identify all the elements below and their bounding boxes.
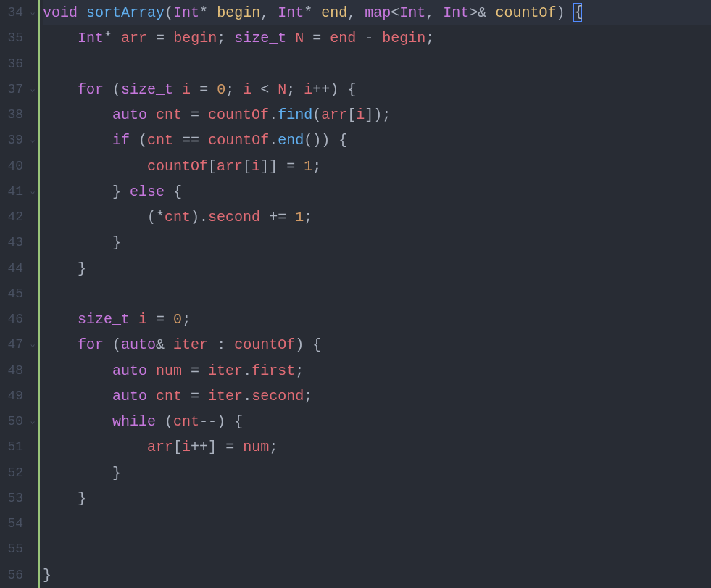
fold-toggle-icon[interactable]: ⌄: [28, 332, 38, 357]
code-token: .: [243, 384, 251, 409]
code-editor[interactable]: 3435363738394041424344454647484950515253…: [0, 0, 711, 588]
code-token: i: [243, 77, 251, 102]
code-token: [43, 154, 147, 179]
code-line[interactable]: while (cnt--) {: [43, 409, 711, 434]
code-token: [199, 384, 208, 409]
code-line[interactable]: arr[i++] = num;: [43, 434, 711, 460]
code-line[interactable]: }: [43, 256, 711, 281]
line-number: 51: [3, 434, 23, 460]
code-token: [156, 409, 165, 434]
code-token: find: [278, 102, 312, 128]
code-token: }: [43, 563, 51, 588]
line-number: 40: [3, 154, 23, 179]
code-token: [330, 128, 338, 153]
code-token: 1: [295, 204, 304, 230]
code-token: else: [130, 179, 165, 204]
code-line[interactable]: }: [43, 563, 711, 588]
code-token: (: [138, 128, 147, 153]
fold-toggle-icon[interactable]: ⌄: [28, 128, 38, 153]
code-token: first: [251, 358, 295, 384]
code-token: [295, 77, 304, 102]
fold-toggle-icon[interactable]: ⌄: [28, 409, 38, 434]
code-token: .: [243, 358, 251, 384]
code-token: *: [199, 0, 208, 25]
code-token: [173, 128, 182, 153]
code-token: begin: [173, 25, 217, 51]
code-token: begin: [217, 0, 260, 25]
code-token: cnt: [156, 102, 182, 128]
code-line[interactable]: [43, 281, 711, 307]
code-token: ;: [295, 358, 304, 384]
fold-column[interactable]: ⌄⌄⌄⌄⌄⌄: [28, 0, 38, 588]
code-line[interactable]: (*cnt).second += 1;: [43, 204, 711, 230]
code-token: [182, 384, 191, 409]
code-line[interactable]: countOf[arr[i]] = 1;: [43, 154, 711, 179]
code-token: {: [312, 332, 321, 357]
code-token: iter: [208, 384, 243, 409]
line-number: 44: [3, 256, 23, 281]
code-line[interactable]: for (size_t i = 0; i < N; i++) {: [43, 77, 711, 102]
code-line[interactable]: size_t i = 0;: [43, 307, 711, 332]
code-token: [43, 460, 112, 486]
line-number: 37: [3, 77, 23, 102]
code-token: [338, 77, 347, 102]
code-token: [: [173, 434, 182, 460]
code-token: [312, 0, 321, 25]
line-number: 35: [3, 25, 23, 51]
code-token: auto: [121, 332, 156, 357]
code-token: ;: [217, 25, 225, 51]
line-number: 43: [3, 230, 23, 255]
code-token: ++: [312, 77, 330, 102]
code-token: [434, 0, 443, 25]
code-token: =: [199, 77, 208, 102]
code-token: [147, 384, 156, 409]
code-token: [356, 25, 365, 51]
code-line[interactable]: [43, 537, 711, 562]
code-token: [43, 77, 78, 102]
fold-spacer: [28, 384, 38, 409]
code-token: num: [243, 434, 269, 460]
code-line[interactable]: auto cnt = countOf.find(arr[i]);: [43, 102, 711, 128]
code-line[interactable]: }: [43, 486, 711, 511]
code-token: [147, 25, 156, 51]
code-token: cnt: [165, 204, 191, 230]
code-token: <: [260, 77, 269, 102]
code-line[interactable]: auto cnt = iter.second;: [43, 384, 711, 409]
code-token: >&: [469, 0, 486, 25]
code-token: [43, 256, 78, 281]
code-token: [104, 332, 112, 357]
code-token: .: [199, 204, 208, 230]
code-token: [147, 307, 156, 332]
code-line[interactable]: Int* arr = begin; size_t N = end - begin…: [43, 25, 711, 51]
code-line[interactable]: } else {: [43, 179, 711, 204]
code-line[interactable]: for (auto& iter : countOf) {: [43, 332, 711, 357]
fold-toggle-icon[interactable]: ⌄: [28, 77, 38, 102]
code-token: arr: [321, 102, 347, 128]
fold-toggle-icon[interactable]: ⌄: [28, 179, 38, 204]
code-token: Int: [443, 0, 469, 25]
code-line[interactable]: [43, 511, 711, 537]
code-token: end: [278, 128, 304, 153]
code-area[interactable]: void sortArray(Int* begin, Int* end, map…: [40, 0, 711, 588]
code-token: =: [191, 384, 199, 409]
code-token: i: [182, 77, 191, 102]
code-token: Int: [399, 0, 425, 25]
code-token: [43, 486, 78, 511]
code-token: N: [295, 25, 304, 51]
code-line[interactable]: void sortArray(Int* begin, Int* end, map…: [43, 0, 711, 25]
cursor-block: {: [573, 3, 582, 22]
fold-toggle-icon[interactable]: ⌄: [28, 0, 38, 25]
code-line[interactable]: }: [43, 230, 711, 255]
code-token: ;: [312, 154, 321, 179]
code-token: 1: [304, 154, 312, 179]
code-token: [43, 434, 147, 460]
code-token: [225, 25, 234, 51]
code-token: countOf: [234, 332, 295, 357]
code-line[interactable]: }: [43, 460, 711, 486]
code-line[interactable]: auto num = iter.first;: [43, 358, 711, 384]
code-line[interactable]: if (cnt == countOf.end()) {: [43, 128, 711, 153]
code-token: [: [208, 154, 217, 179]
code-token: [43, 25, 78, 51]
code-token: [78, 0, 86, 25]
code-line[interactable]: [43, 51, 711, 77]
